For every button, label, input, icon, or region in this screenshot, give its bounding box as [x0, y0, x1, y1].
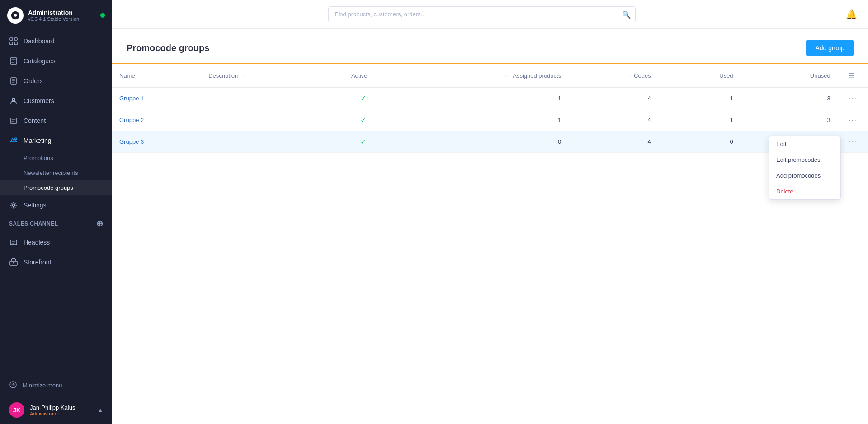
table-row: Gruppe 3 ✓ 0 4 0 4 ··· — [112, 131, 868, 153]
col-header-assigned-products: ··· Assigned products — [407, 64, 568, 88]
sidebar-item-catalogues[interactable]: Catalogues — [0, 51, 112, 71]
sidebar-footer: Minimize menu JK Jan-Philipp Kalus Admin… — [0, 375, 112, 424]
sidebar-sub-item-promocode-groups[interactable]: Promocode groups — [0, 180, 112, 195]
cell-name[interactable]: Gruppe 3 — [112, 131, 201, 153]
sidebar-item-headless[interactable]: Headless — [0, 232, 112, 252]
sales-channel-header: Sales Channel ⊕ — [0, 215, 112, 232]
cell-used: 0 — [658, 131, 741, 153]
cell-active: ✓ — [320, 88, 407, 109]
newsletter-label: Newsletter recipients — [24, 170, 78, 176]
sidebar-item-content[interactable]: Content — [0, 111, 112, 131]
column-options-button[interactable]: ☰ — [845, 70, 859, 82]
col-header-codes: ··· Codes — [568, 64, 658, 88]
col-active-options[interactable]: ··· — [369, 73, 375, 79]
sidebar-header: Administration v6.3.4.1 Stable Version — [0, 0, 112, 31]
cell-name[interactable]: Gruppe 1 — [112, 88, 201, 109]
table-row: Gruppe 2 ✓ 1 4 1 3 ··· — [112, 109, 868, 131]
app-title-group: Administration v6.3.4.1 Stable Version — [28, 9, 96, 22]
col-header-options: ☰ — [838, 64, 868, 88]
add-sales-channel-button[interactable]: ⊕ — [96, 220, 104, 228]
promotions-label: Promotions — [24, 155, 53, 161]
col-unused-dots[interactable]: ··· — [802, 73, 808, 79]
catalogues-icon — [9, 57, 18, 66]
customers-icon — [9, 96, 18, 105]
online-indicator — [100, 13, 105, 18]
cell-description — [201, 109, 319, 131]
cell-name[interactable]: Gruppe 2 — [112, 109, 201, 131]
sidebar-item-dashboard[interactable]: Dashboard — [0, 31, 112, 51]
cell-action: ··· — [838, 131, 868, 153]
context-menu-item-add-promocodes[interactable]: Add promocodes — [769, 168, 840, 184]
cell-active: ✓ — [320, 109, 407, 131]
col-name-options[interactable]: ··· — [137, 73, 143, 79]
context-menu-item-edit-promocodes[interactable]: Edit promocodes — [769, 152, 840, 168]
dashboard-icon — [9, 37, 18, 46]
context-menu-item-delete[interactable]: Delete — [769, 184, 840, 199]
sidebar-item-settings[interactable]: Settings — [0, 195, 112, 215]
sidebar-item-marketing[interactable]: Marketing — [0, 131, 112, 151]
cell-codes: 4 — [568, 88, 658, 109]
search-input[interactable] — [328, 6, 636, 22]
minimize-label: Minimize menu — [23, 382, 62, 389]
cell-unused: 3 — [741, 88, 838, 109]
svg-point-10 — [13, 204, 15, 207]
user-chevron-icon: ▲ — [98, 407, 103, 413]
promocode-groups-table: Name ··· Description ··· — [112, 63, 868, 153]
cell-codes: 4 — [568, 109, 658, 131]
cell-description — [201, 88, 319, 109]
sidebar-item-customers[interactable]: Customers — [0, 91, 112, 111]
catalogues-label: Catalogues — [24, 57, 56, 65]
settings-icon — [9, 201, 18, 210]
sidebar-sub-item-promotions[interactable]: Promotions — [0, 151, 112, 165]
sales-channel-label: Sales Channel — [9, 221, 58, 227]
minimize-menu-button[interactable]: Minimize menu — [0, 375, 112, 396]
sidebar-item-orders[interactable]: Orders — [0, 71, 112, 91]
marketing-icon — [9, 136, 18, 145]
promocode-groups-label: Promocode groups — [24, 184, 73, 191]
active-check-icon: ✓ — [360, 116, 366, 124]
row-action-button[interactable]: ··· — [845, 114, 861, 126]
main-content: 🔍 🔔 Promocode groups Add group Name ··· — [112, 0, 868, 424]
svg-rect-1 — [10, 38, 13, 40]
context-menu-item-edit[interactable]: Edit — [769, 136, 840, 152]
context-menu: EditEdit promocodesAdd promocodesDelete — [769, 136, 841, 200]
col-ap-dots[interactable]: ··· — [505, 73, 510, 79]
user-role: Administrator — [30, 411, 75, 416]
cell-used: 1 — [658, 88, 741, 109]
table-body: Gruppe 1 ✓ 1 4 1 3 ··· Gruppe 2 ✓ 1 4 1 … — [112, 88, 868, 153]
cell-action: ··· — [838, 109, 868, 131]
sidebar-sub-item-newsletter[interactable]: Newsletter recipients — [0, 165, 112, 180]
cell-used: 1 — [658, 109, 741, 131]
row-action-button[interactable]: ··· — [845, 93, 861, 104]
col-description-options[interactable]: ··· — [240, 73, 245, 79]
content-icon — [9, 116, 18, 125]
orders-label: Orders — [24, 77, 43, 85]
page-header: Promocode groups Add group — [112, 29, 868, 63]
active-check-icon: ✓ — [360, 94, 366, 102]
user-section[interactable]: JK Jan-Philipp Kalus Administrator ▲ — [0, 396, 112, 424]
headless-icon — [9, 238, 18, 247]
col-used-dots[interactable]: ··· — [712, 73, 717, 79]
col-header-active: Active ··· — [320, 64, 407, 88]
app-logo — [7, 7, 24, 24]
svg-rect-3 — [10, 42, 13, 45]
svg-point-13 — [13, 263, 14, 264]
page-content: Promocode groups Add group Name ··· — [112, 29, 868, 424]
storefront-label: Storefront — [24, 259, 51, 266]
search-bar: 🔍 — [328, 6, 636, 22]
cell-unused: 3 — [741, 109, 838, 131]
col-codes-dots[interactable]: ··· — [626, 73, 632, 79]
svg-rect-12 — [10, 261, 17, 265]
topbar: 🔍 🔔 — [112, 0, 868, 29]
sidebar-item-storefront[interactable]: Storefront — [0, 252, 112, 272]
add-group-button[interactable]: Add group — [806, 40, 854, 56]
user-avatar: JK — [9, 402, 24, 418]
settings-label: Settings — [24, 202, 47, 209]
orders-icon — [9, 76, 18, 85]
search-icon[interactable]: 🔍 — [622, 10, 631, 19]
table-container: Name ··· Description ··· — [112, 63, 868, 153]
col-header-unused: ··· Unused — [741, 64, 838, 88]
notifications-bell-icon[interactable]: 🔔 — [846, 9, 857, 20]
topbar-right: 🔔 — [846, 9, 857, 20]
row-action-button[interactable]: ··· — [845, 136, 861, 147]
